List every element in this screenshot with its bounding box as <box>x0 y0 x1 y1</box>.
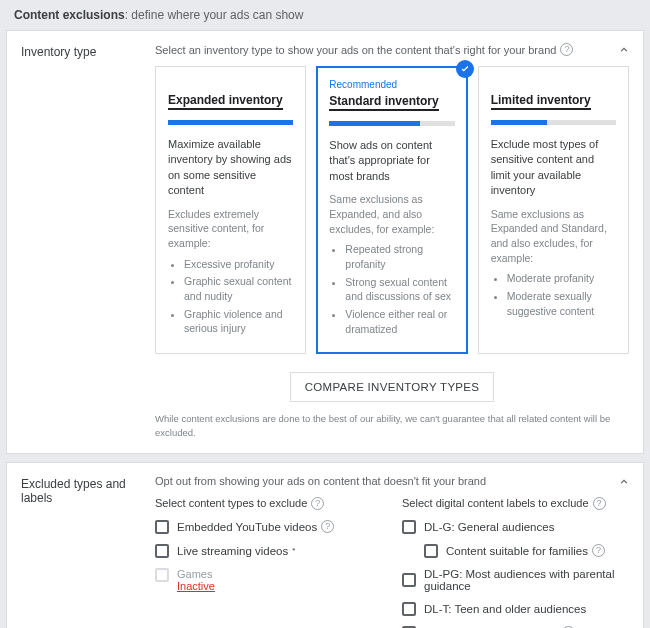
card-sub-intro: Excludes extremely sensitive content, fo… <box>168 207 293 251</box>
card-title: Expanded inventory <box>168 93 283 110</box>
bullet: Excessive profanity <box>184 257 293 272</box>
checkbox-dl-g[interactable] <box>402 520 416 534</box>
bullet: Violence either real or dramatized <box>345 307 454 336</box>
card-limited-inventory[interactable]: Limited inventory Exclude most types of … <box>478 66 629 354</box>
collapse-icon[interactable] <box>617 43 631 60</box>
card-desc: Show ads on content that's appropriate f… <box>329 138 454 184</box>
card-desc: Maximize available inventory by showing … <box>168 137 293 199</box>
digital-labels-heading: Select digital content labels to exclude <box>402 497 589 509</box>
bullet: Repeated strong profanity <box>345 242 454 271</box>
checkbox-embedded-youtube[interactable] <box>155 520 169 534</box>
section-title-excluded: Excluded types and labels <box>21 475 155 628</box>
checkbox-label: Live streaming videos <box>177 545 288 557</box>
card-standard-inventory[interactable]: Recommended Standard inventory Show ads … <box>316 66 467 354</box>
excluded-types-panel: Excluded types and labels Opt out from s… <box>6 462 644 628</box>
card-title: Standard inventory <box>329 94 438 111</box>
card-expanded-inventory[interactable]: Expanded inventory Maximize available in… <box>155 66 306 354</box>
checkbox-label: DL-G: General audiences <box>424 521 554 533</box>
checkbox-label: DL-T: Teen and older audiences <box>424 603 586 615</box>
content-types-heading: Select content types to exclude <box>155 497 307 509</box>
help-icon[interactable]: ? <box>311 497 324 510</box>
footnote-marker: * <box>292 546 295 555</box>
help-icon[interactable]: ? <box>560 43 573 56</box>
checkbox-families[interactable] <box>424 544 438 558</box>
checkbox-dl-pg[interactable] <box>402 573 416 587</box>
inactive-link[interactable]: Inactive <box>177 580 215 592</box>
collapse-icon[interactable] <box>617 475 631 492</box>
bullet: Graphic sexual content and nudity <box>184 274 293 303</box>
inventory-meter <box>168 120 293 125</box>
bullet: Moderate sexually suggestive content <box>507 289 616 318</box>
help-icon[interactable]: ? <box>321 520 334 533</box>
bullet: Moderate profanity <box>507 271 616 286</box>
compare-inventory-button[interactable]: COMPARE INVENTORY TYPES <box>290 372 495 402</box>
card-sub-intro: Same exclusions as Expanded and Standard… <box>491 207 616 266</box>
page-title: Content exclusions <box>14 8 125 22</box>
checkbox-label: DL-PG: Most audiences with parental guid… <box>424 568 629 592</box>
page-subtitle: : define where your ads can show <box>125 8 304 22</box>
inventory-meter <box>491 120 616 125</box>
excluded-intro: Opt out from showing your ads on content… <box>155 475 486 487</box>
section-title-inventory: Inventory type <box>21 43 155 439</box>
check-icon <box>456 60 474 78</box>
card-sub-intro: Same exclusions as Expanded, and also ex… <box>329 192 454 236</box>
bullet: Graphic violence and serious injury <box>184 307 293 336</box>
games-label: Games <box>177 568 215 580</box>
checkbox-live-streaming[interactable] <box>155 544 169 558</box>
checkbox-dl-t[interactable] <box>402 602 416 616</box>
checkbox-games <box>155 568 169 582</box>
bullet: Strong sexual content and discussions of… <box>345 275 454 304</box>
help-icon[interactable]: ? <box>593 497 606 510</box>
inventory-type-panel: Inventory type Select an inventory type … <box>6 30 644 454</box>
checkbox-label: Content suitable for families <box>446 545 588 557</box>
inventory-intro: Select an inventory type to show your ad… <box>155 44 556 56</box>
card-desc: Exclude most types of sensitive content … <box>491 137 616 199</box>
card-title: Limited inventory <box>491 93 591 110</box>
recommended-label: Recommended <box>329 79 454 90</box>
inventory-disclaimer: While content exclusions are done to the… <box>155 412 629 439</box>
help-icon[interactable]: ? <box>592 544 605 557</box>
inventory-meter <box>329 121 454 126</box>
page-header: Content exclusions: define where your ad… <box>0 0 650 30</box>
checkbox-label: Embedded YouTube videos <box>177 521 317 533</box>
